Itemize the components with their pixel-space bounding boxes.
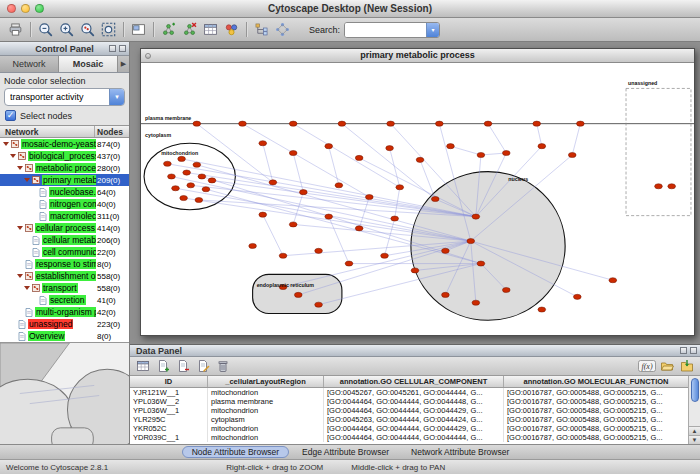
graph-edge[interactable] xyxy=(385,219,395,256)
tree-column-nodes[interactable]: Nodes xyxy=(95,126,129,137)
graph-node[interactable] xyxy=(289,150,297,155)
graph-node[interactable] xyxy=(442,292,450,297)
close-window-button[interactable] xyxy=(7,4,16,13)
graph-node[interactable] xyxy=(289,222,297,227)
tab-mosaic[interactable]: Mosaic xyxy=(59,56,118,72)
graph-node[interactable] xyxy=(180,195,188,200)
attribute-select-icon[interactable] xyxy=(134,358,152,375)
table-column-header[interactable]: _cellularLayoutRegion xyxy=(208,376,324,387)
float-data-panel-button[interactable] xyxy=(680,347,687,354)
disclosure-triangle-icon[interactable] xyxy=(24,286,30,290)
graph-edge[interactable] xyxy=(390,148,400,187)
graph-node[interactable] xyxy=(259,212,267,217)
graph-node[interactable] xyxy=(168,174,176,179)
formula-icon[interactable]: f(x) xyxy=(638,358,656,375)
scroll-up-icon[interactable]: ▲ xyxy=(689,426,700,435)
table-column-header[interactable]: annotation.GO CELLULAR_COMPONENT xyxy=(324,376,504,387)
graph-edge[interactable] xyxy=(293,124,400,188)
tree-row[interactable]: macromolecule...311(0) xyxy=(0,210,129,222)
ontology-icon[interactable] xyxy=(251,20,272,40)
graph-node[interactable] xyxy=(178,156,186,161)
overview-icon[interactable] xyxy=(128,20,149,40)
graph-node[interactable] xyxy=(416,157,424,162)
disclosure-triangle-icon[interactable] xyxy=(3,142,9,146)
tree-row[interactable]: cellular metabo...206(0) xyxy=(0,234,129,246)
zoom-fit-icon[interactable] xyxy=(98,20,119,40)
import-table-icon[interactable] xyxy=(678,358,696,375)
graph-node[interactable] xyxy=(484,121,492,126)
disclosure-triangle-icon[interactable] xyxy=(17,166,23,170)
graph-node[interactable] xyxy=(365,194,373,199)
layout-icon[interactable] xyxy=(272,20,293,40)
graph-node[interactable] xyxy=(172,186,180,191)
graph-node[interactable] xyxy=(396,185,404,190)
graph-node[interactable] xyxy=(435,121,443,126)
graph-node[interactable] xyxy=(315,248,323,253)
graph-node[interactable] xyxy=(502,287,510,292)
zoom-window-button[interactable] xyxy=(35,4,44,13)
tree-row[interactable]: establishment of lo...558(0) xyxy=(0,270,129,282)
scrollbar-thumb[interactable] xyxy=(691,378,699,402)
tree-row[interactable]: Overview8(0) xyxy=(0,330,129,342)
frame-close-button[interactable] xyxy=(145,53,151,59)
tree-row[interactable]: cellular process414(0) xyxy=(0,222,129,234)
graph-node[interactable] xyxy=(533,121,541,126)
tree-row[interactable]: biological_process437(0) xyxy=(0,150,129,162)
attribute-edit-icon[interactable] xyxy=(194,358,212,375)
tree-row[interactable]: secretion41(0) xyxy=(0,294,129,306)
graph-node[interactable] xyxy=(447,144,455,149)
print-icon[interactable] xyxy=(5,20,26,40)
graph-node[interactable] xyxy=(279,253,287,258)
graph-node[interactable] xyxy=(345,261,353,266)
disclosure-triangle-icon[interactable] xyxy=(17,274,23,278)
scroll-down-icon[interactable]: ▼ xyxy=(689,435,700,444)
graph-node[interactable] xyxy=(193,121,201,126)
graph-node[interactable] xyxy=(538,144,546,149)
graph-edge[interactable] xyxy=(572,124,580,155)
zoom-in-icon[interactable] xyxy=(56,20,77,40)
graph-edge[interactable] xyxy=(488,124,506,153)
graph-edge[interactable] xyxy=(263,215,283,256)
tab-scroll-right-icon[interactable]: ▶ xyxy=(118,56,129,72)
zoom-out-icon[interactable] xyxy=(35,20,56,40)
graph-node[interactable] xyxy=(164,161,172,166)
graph-edge[interactable] xyxy=(242,124,369,197)
graph-node[interactable] xyxy=(294,292,302,297)
graph-node[interactable] xyxy=(183,170,191,175)
vizmapper-icon[interactable] xyxy=(221,20,242,40)
graph-edge[interactable] xyxy=(450,146,480,155)
graph-node[interactable] xyxy=(502,150,510,155)
graph-node[interactable] xyxy=(387,121,395,126)
tab-network[interactable]: Network xyxy=(0,56,59,72)
graph-node[interactable] xyxy=(299,190,307,195)
tab-edge-attribute-browser[interactable]: Edge Attribute Browser xyxy=(293,446,398,458)
tree-row[interactable]: response to stimul...8(0) xyxy=(0,258,129,270)
tree-row[interactable]: unassigned223(0) xyxy=(0,318,129,330)
network-canvas[interactable]: plasma membranecytoplasmmitochondrionnuc… xyxy=(141,63,694,335)
table-row[interactable]: YJR121W__1mitochondrion[GO:0045267, GO:0… xyxy=(130,388,688,397)
tree-row[interactable]: nucleobase...64(0) xyxy=(0,186,129,198)
graph-node[interactable] xyxy=(386,146,394,151)
graph-node[interactable] xyxy=(442,248,450,253)
graph-node[interactable] xyxy=(259,141,267,146)
table-column-header[interactable]: ID xyxy=(130,376,208,387)
graph-node[interactable] xyxy=(391,216,399,221)
graph-node[interactable] xyxy=(573,294,581,299)
graph-node[interactable] xyxy=(472,214,480,219)
graph-node[interactable] xyxy=(609,278,617,283)
graph-node[interactable] xyxy=(467,239,475,244)
graph-node[interactable] xyxy=(208,178,216,183)
node-color-select[interactable]: transporter activity ▾ xyxy=(4,88,125,106)
graph-node[interactable] xyxy=(202,187,210,192)
network-view-titlebar[interactable]: primary metabolic process xyxy=(141,49,694,63)
open-folder-icon[interactable] xyxy=(658,358,676,375)
search-input[interactable] xyxy=(345,23,426,37)
graph-node[interactable] xyxy=(325,214,333,219)
disclosure-triangle-icon[interactable] xyxy=(17,226,23,230)
zoom-selected-icon[interactable] xyxy=(77,20,98,40)
graph-node[interactable] xyxy=(381,253,389,258)
graph-edge[interactable] xyxy=(263,143,273,182)
tree-row[interactable]: mosaic-demo-yeast874(0) xyxy=(0,138,129,150)
attribute-new-icon[interactable] xyxy=(154,358,172,375)
disclosure-triangle-icon[interactable] xyxy=(24,178,30,182)
